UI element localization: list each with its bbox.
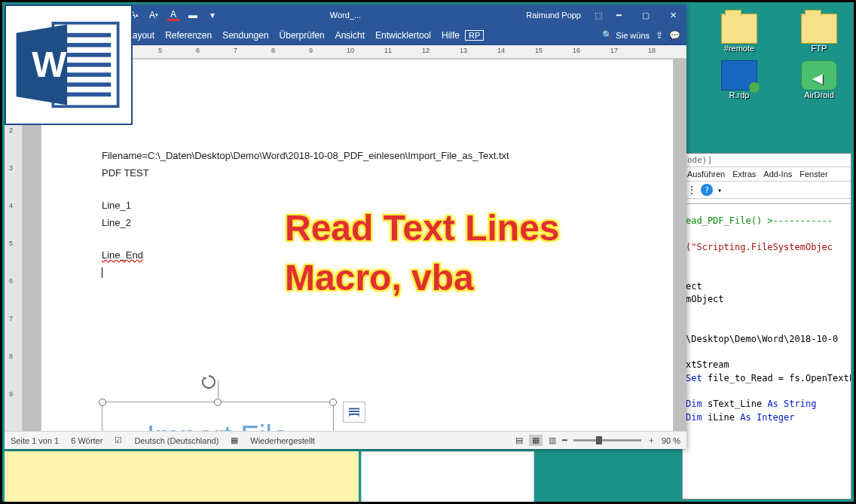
title-ribbon-options-icon[interactable]: ⬚ [595,11,602,20]
ribbon-tab-developer[interactable]: Entwicklertool [370,26,436,45]
rotate-handle-icon[interactable] [200,373,218,391]
zoom-slider[interactable] [573,439,641,441]
window-minimize-button[interactable]: ━ [605,5,632,26]
view-print-layout-icon[interactable]: ▦ [529,435,543,446]
vba-editor-window[interactable]: ode)] Ausführen Extras Add-Ins Fenster ⋮… [682,153,851,499]
textbox-content: Import File [147,420,289,432]
zoom-out-button[interactable]: ━ [562,435,567,445]
layout-options-button[interactable] [343,402,365,423]
svg-rect-7 [62,63,112,67]
resize-handle[interactable] [329,399,337,406]
desktop-label: AirDroid [804,90,834,99]
doc-text-line: PDF TEST [102,167,613,179]
search-icon: 🔍 [602,30,613,40]
view-web-layout-icon[interactable]: ▥ [549,435,556,445]
resize-handle[interactable] [214,399,222,406]
status-autorecover[interactable]: Wiederhergestellt [250,436,315,445]
svg-rect-10 [62,93,112,97]
ribbon-comments-icon[interactable]: 💬 [669,30,680,41]
svg-rect-0 [349,408,359,410]
vbe-code-area[interactable]: ead_PDF_File() >----------- ("Scripting.… [683,209,851,430]
ribbon-search-text: Sie wüns [616,31,650,40]
status-spellcheck-icon[interactable]: ☑ [115,435,122,445]
desktop-label: FTP [812,44,827,53]
status-language[interactable]: Deutsch (Deutschland) [134,436,219,445]
status-page-count[interactable]: Seite 1 von 1 [11,436,59,445]
ribbon-tell-me-search[interactable]: 🔍 Sie wüns [602,30,650,40]
svg-rect-1 [349,411,359,412]
qat-font-small-icon[interactable]: A▾ [148,9,160,21]
vbe-dropdown-icon[interactable]: ▾ [717,186,722,194]
vbe-separator-icon: ⋮ [687,185,696,195]
desktop-shortcut-rdp[interactable]: R.rdp [712,60,766,99]
svg-rect-9 [62,82,112,87]
ribbon-tab-view[interactable]: Ansicht [330,26,370,45]
svg-rect-6 [62,53,112,57]
vbe-menu-window[interactable]: Fenster [799,170,827,179]
vbe-menu-run[interactable]: Ausführen [687,170,725,179]
ribbon-tab-mailings[interactable]: Sendungen [217,26,274,45]
overlay-title-line2: Macro, vba [285,257,474,298]
background-document-fragment [361,451,534,502]
qat-more-icon[interactable]: ▾ [206,9,219,21]
vbe-title: ode)] [683,154,851,167]
ribbon-tab-references[interactable]: Referenzen [160,26,217,45]
vbe-menu-extras[interactable]: Extras [732,170,756,179]
sticky-note[interactable] [5,451,359,502]
textbox-shape[interactable]: Import File [102,402,334,431]
overlay-title-line1: Read Text Lines [285,207,560,249]
view-read-mode-icon[interactable]: ▤ [515,435,523,445]
svg-text:W: W [32,44,66,84]
desktop-folder-ftp[interactable]: FTP [792,14,846,53]
resize-handle[interactable] [99,399,106,406]
svg-rect-8 [62,72,112,77]
desktop-label: R.rdp [729,90,750,99]
title-user-name[interactable]: Raimund Popp [526,11,581,20]
svg-rect-5 [62,43,112,47]
window-maximize-button[interactable]: ▢ [632,5,659,26]
desktop-shortcut-airdroid[interactable]: ◀ AirDroid [792,60,846,99]
title-doc-name: Word_... [330,11,361,20]
vbe-help-icon[interactable]: ? [701,184,713,196]
qat-font-color-icon[interactable]: A [167,9,179,21]
status-macro-icon[interactable]: ▦ [231,435,238,445]
desktop-folder-remote[interactable]: #remote [712,14,766,53]
desktop-label: #remote [724,44,754,53]
ribbon-tab-review[interactable]: Überprüfen [274,26,330,45]
svg-rect-4 [62,33,112,38]
ribbon-tab-rp[interactable]: RP [465,30,484,41]
ribbon-share-icon[interactable]: ⇪ [656,30,663,41]
zoom-level-label[interactable]: 90 % [662,436,680,445]
zoom-in-button[interactable]: ＋ [647,435,656,446]
qat-format-paint-icon[interactable]: ▬ [187,9,199,21]
window-close-button[interactable]: ✕ [659,5,686,26]
word-app-icon: W [5,5,133,125]
status-bar: Seite 1 von 1 6 Wörter ☑ Deutsch (Deutsc… [5,431,686,449]
vbe-menu-addins[interactable]: Add-Ins [763,170,792,179]
ribbon-tab-help[interactable]: Hilfe [436,26,465,45]
doc-text-line: Filename=C:\_Daten\Desktop\Demo\Word\201… [102,150,613,161]
status-word-count[interactable]: 6 Wörter [71,436,102,445]
